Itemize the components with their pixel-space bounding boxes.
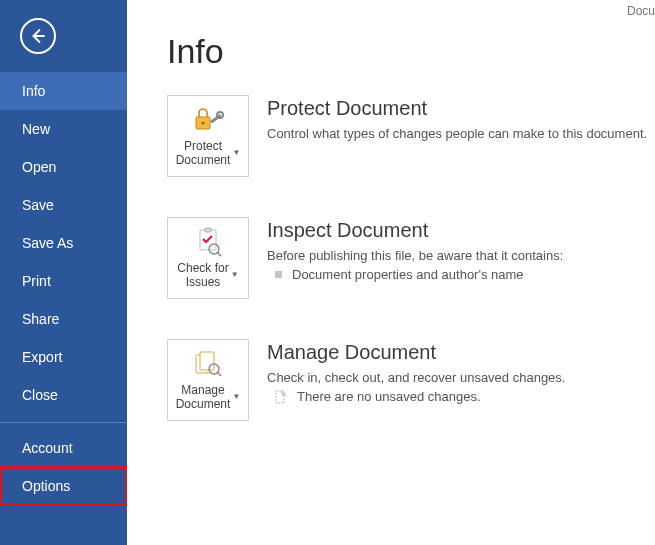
nav-label: Close: [22, 387, 58, 403]
nav-label: Account: [22, 440, 73, 456]
sidebar-item-options[interactable]: Options: [0, 467, 127, 505]
nav-label: New: [22, 121, 50, 137]
main-content: Docu Info ProtectDocument ▼: [127, 0, 655, 545]
sidebar-item-account[interactable]: Account: [0, 429, 127, 467]
arrow-left-icon: [29, 27, 47, 45]
sidebar-item-save[interactable]: Save: [0, 186, 127, 224]
sidebar-item-export[interactable]: Export: [0, 338, 127, 376]
section-desc: Control what types of changes people can…: [267, 126, 647, 141]
sidebar-item-close[interactable]: Close: [0, 376, 127, 414]
nav-divider: [0, 422, 127, 423]
document-check-icon: [190, 227, 226, 257]
section-desc: Check in, check out, and recover unsaved…: [267, 370, 565, 385]
inspect-item: Document properties and author's name: [267, 267, 563, 282]
section-manage: ManageDocument ▼ Manage Document Check i…: [127, 339, 655, 461]
nav-label: Open: [22, 159, 56, 175]
svg-line-12: [217, 372, 221, 376]
svg-rect-10: [200, 352, 214, 370]
protect-document-button[interactable]: ProtectDocument ▼: [167, 95, 249, 177]
page-icon: [275, 390, 287, 404]
sidebar-item-new[interactable]: New: [0, 110, 127, 148]
sidebar-item-info[interactable]: Info: [0, 72, 127, 110]
nav-label: Print: [22, 273, 51, 289]
nav-label: Share: [22, 311, 59, 327]
svg-point-2: [201, 121, 204, 124]
section-protect: ProtectDocument ▼ Protect Document Contr…: [127, 95, 655, 217]
svg-rect-6: [205, 228, 211, 232]
nav-label: Export: [22, 349, 62, 365]
sidebar-item-print[interactable]: Print: [0, 262, 127, 300]
nav-label: Save As: [22, 235, 73, 251]
manage-note: There are no unsaved changes.: [267, 389, 565, 404]
section-title: Manage Document: [267, 341, 565, 364]
svg-line-8: [217, 252, 221, 256]
backstage-sidebar: Info New Open Save Save As Print Share E…: [0, 0, 127, 545]
section-title: Inspect Document: [267, 219, 563, 242]
documents-search-icon: [190, 349, 226, 379]
section-title: Protect Document: [267, 97, 647, 120]
bullet-icon: [275, 271, 282, 278]
lock-key-icon: [190, 105, 226, 135]
tile-label: Check forIssues: [177, 261, 228, 289]
check-for-issues-button[interactable]: Check forIssues ▼: [167, 217, 249, 299]
page-title: Info: [127, 0, 655, 95]
chevron-down-icon: ▼: [231, 268, 239, 282]
document-title-partial: Docu: [627, 4, 655, 18]
nav-label: Info: [22, 83, 45, 99]
section-inspect: Check forIssues ▼ Inspect Document Befor…: [127, 217, 655, 339]
back-button[interactable]: [20, 18, 56, 54]
manage-document-button[interactable]: ManageDocument ▼: [167, 339, 249, 421]
inspect-item-text: Document properties and author's name: [292, 267, 524, 282]
sidebar-item-share[interactable]: Share: [0, 300, 127, 338]
tile-label: ManageDocument: [176, 383, 231, 411]
nav-label: Options: [22, 478, 70, 494]
manage-note-text: There are no unsaved changes.: [297, 389, 481, 404]
nav-label: Save: [22, 197, 54, 213]
chevron-down-icon: ▼: [232, 146, 240, 160]
sidebar-item-open[interactable]: Open: [0, 148, 127, 186]
sidebar-item-save-as[interactable]: Save As: [0, 224, 127, 262]
tile-label: ProtectDocument: [176, 139, 231, 167]
section-desc: Before publishing this file, be aware th…: [267, 248, 563, 263]
nav-primary: Info New Open Save Save As Print Share E…: [0, 72, 127, 505]
chevron-down-icon: ▼: [232, 390, 240, 404]
